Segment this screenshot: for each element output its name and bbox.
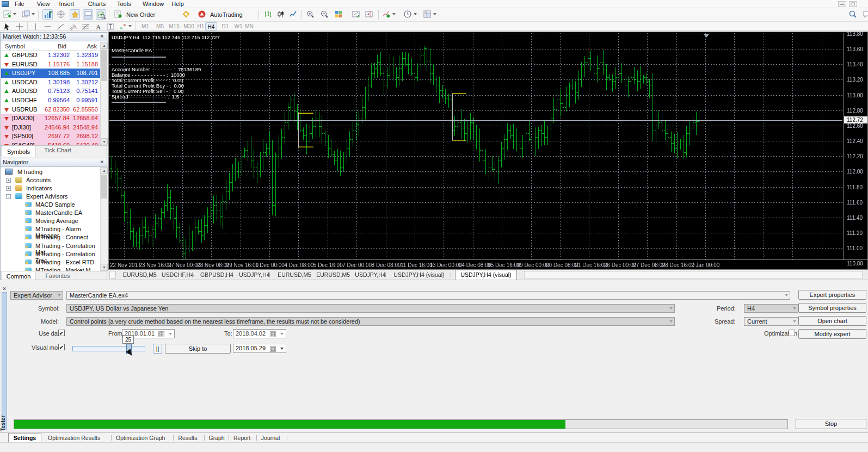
nav-expert-item[interactable]: MTrading - Correlation Mat	[1, 242, 100, 250]
chart-tab[interactable]: USDJPY,H4	[239, 271, 269, 278]
auto-scroll-icon[interactable]	[351, 9, 361, 20]
scroll-down-icon[interactable]: ▼	[101, 138, 108, 145]
symbol-select[interactable]: USDJPY, US Dollar vs Japanese Yen	[66, 304, 675, 313]
tester-tab[interactable]: Optimization Results	[48, 435, 100, 441]
tester-tab[interactable]: Results	[178, 435, 197, 441]
menu-view[interactable]: View	[33, 1, 54, 8]
chart-tab[interactable]: GBPUSD,H4	[200, 271, 233, 278]
timeframe-m5[interactable]: M5	[154, 22, 166, 30]
nav-expert-item[interactable]: MTrading - Connect	[1, 233, 100, 242]
nav-group-indicators[interactable]: +Indicators	[1, 184, 100, 193]
data-window-icon[interactable]	[56, 9, 66, 20]
nav-group-accounts[interactable]: +Accounts	[1, 176, 100, 184]
market-watch-row[interactable]: GBPUSD1.323021.32319	[1, 51, 100, 60]
menu-window[interactable]: Window	[139, 1, 168, 8]
channel-icon[interactable]	[68, 22, 77, 30]
arrows-icon[interactable]	[118, 22, 127, 30]
market-watch-icon[interactable]	[42, 9, 53, 20]
zoom-in-icon[interactable]	[305, 9, 316, 20]
market-watch-row[interactable]: [DJI30]24546.9424548.94	[1, 123, 100, 132]
chart-tab[interactable]: USDJPY,H4	[355, 271, 385, 278]
minimize-button[interactable]: —	[838, 1, 846, 7]
expand-icon[interactable]: +	[6, 178, 11, 183]
horizontal-line-icon[interactable]	[43, 22, 52, 30]
cursor-icon[interactable]	[2, 22, 11, 30]
use-date-checkbox[interactable]: ✔	[58, 330, 65, 336]
ea-file-select[interactable]: MasterCandle EA.ex4	[66, 291, 790, 300]
nav-expert-item[interactable]: MACD Sample	[1, 201, 100, 209]
timeframe-w1[interactable]: W1	[232, 22, 244, 30]
market-watch-row[interactable]: [DAX30]12657.8412658.64	[1, 114, 100, 123]
ea-type-select[interactable]: Expert Advisor	[10, 291, 63, 300]
new-chart-icon[interactable]	[2, 9, 13, 20]
market-watch-row[interactable]: AUDUSD0.751230.75141	[1, 86, 100, 96]
modify-expert-button[interactable]: Modify expert	[798, 329, 866, 339]
profiles-icon[interactable]	[21, 9, 31, 20]
tester-tab-settings[interactable]: Settings	[8, 433, 41, 443]
collapse-icon[interactable]: -	[6, 194, 11, 199]
timeframe-m1[interactable]: M1	[139, 22, 151, 30]
chart-dropdown-icon[interactable]	[13, 13, 16, 15]
nav-expert-item[interactable]: MTrading - Correlation Trac	[1, 250, 100, 258]
templates-icon[interactable]	[422, 9, 433, 20]
expert-properties-button[interactable]: Expert properties	[798, 290, 866, 300]
nav-expert-item[interactable]: MasterCandle EA	[1, 209, 100, 217]
chart-tab[interactable]: EURUSD,M5	[278, 271, 311, 278]
pause-button[interactable]: ||	[153, 344, 162, 354]
menu-insert[interactable]: Insert	[56, 1, 78, 8]
vertical-line-icon[interactable]	[30, 22, 40, 30]
visual-mode-checkbox[interactable]: ✔	[58, 344, 65, 350]
scroll-up-icon[interactable]: ▲	[101, 42, 108, 49]
scroll-up-icon[interactable]: ▲	[101, 167, 108, 174]
market-watch-row[interactable]: USDJPY108.685108.701	[1, 69, 100, 78]
tester-close-icon[interactable]: ✕	[2, 286, 7, 292]
tester-tab[interactable]: Journal	[261, 435, 280, 441]
profiles-dropdown-icon[interactable]	[32, 13, 35, 15]
autotrading-button[interactable]: AutoTrading	[210, 11, 243, 18]
crosshair-icon[interactable]	[15, 22, 24, 30]
period-select[interactable]: H4	[744, 304, 798, 313]
spread-select[interactable]: Current	[744, 317, 798, 326]
navigator-icon[interactable]	[70, 9, 80, 20]
timeframe-h4[interactable]: H4	[205, 22, 217, 30]
label-icon[interactable]: T	[106, 22, 115, 30]
symbol-properties-button[interactable]: Symbol properties	[798, 303, 866, 313]
market-watch-close-icon[interactable]: ✕	[99, 34, 105, 40]
navigator-close-icon[interactable]: ✕	[99, 159, 105, 165]
to-date-field[interactable]: 2018.04.02	[233, 329, 286, 338]
chart-tab[interactable]: USDJPY,H4 (visual)	[393, 271, 444, 278]
new-order-button[interactable]: New Order	[126, 11, 155, 18]
chat-icon[interactable]	[862, 9, 868, 20]
optimization-checkbox[interactable]	[789, 330, 795, 336]
timeframe-m15[interactable]: M15	[168, 22, 180, 30]
menu-file[interactable]: File	[11, 1, 28, 8]
market-watch-row[interactable]: USDRUB62.8235062.85550	[1, 105, 100, 114]
timeframe-d1[interactable]: D1	[219, 22, 231, 30]
trendline-icon[interactable]	[56, 22, 65, 30]
nav-expert-item[interactable]: Moving Average	[1, 217, 100, 225]
chart-tab-active[interactable]: USDJPY,H4 (visual)	[455, 270, 516, 280]
chart-tab[interactable]: EURUSD,M5	[123, 271, 157, 278]
open-chart-button[interactable]: Open chart	[798, 316, 866, 326]
visual-speed-slider[interactable]	[72, 346, 145, 351]
tab-symbols[interactable]: Symbols	[2, 146, 35, 157]
market-watch-scrollbar[interactable]: ▲ ▼	[100, 42, 107, 145]
timeframe-mn[interactable]: MN	[243, 22, 255, 30]
stop-button[interactable]: Stop	[796, 419, 866, 429]
metaeditor-icon[interactable]	[181, 9, 192, 20]
nav-expert-item[interactable]: MTrading - Excel RTD	[1, 258, 100, 267]
market-watch-row[interactable]: EURUSD1.151761.15188	[1, 60, 100, 69]
indicators-dropdown-icon[interactable]	[392, 13, 396, 15]
new-order-icon[interactable]	[113, 9, 124, 20]
tester-tab[interactable]: Report	[233, 435, 251, 441]
menu-tools[interactable]: Tools	[113, 1, 135, 8]
nav-root[interactable]: MTrading	[1, 168, 100, 176]
bar-chart-icon[interactable]	[263, 9, 273, 20]
market-watch-row[interactable]: USDCAD1.301981.30212	[1, 78, 100, 87]
search-icon[interactable]	[848, 9, 858, 20]
terminal-icon[interactable]	[83, 9, 93, 20]
navigator-scrollbar[interactable]: ▲ ▼	[100, 167, 107, 271]
tab-common[interactable]: Common	[2, 271, 35, 280]
tile-windows-icon[interactable]	[334, 9, 344, 20]
line-chart-icon[interactable]	[288, 9, 299, 20]
